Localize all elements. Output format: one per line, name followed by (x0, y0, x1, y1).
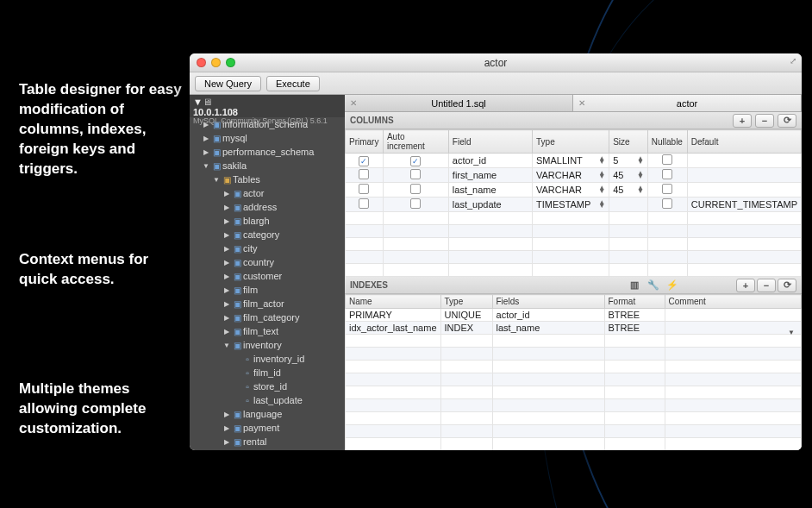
table-node-blargh[interactable]: ▶▣blargh (190, 214, 345, 228)
field-cell[interactable]: last_update (448, 198, 532, 212)
index-row[interactable] (346, 412, 802, 425)
checkbox[interactable] (410, 198, 421, 209)
column-row[interactable] (346, 238, 802, 251)
checkbox[interactable] (662, 169, 672, 179)
add-column-button[interactable]: + (733, 114, 752, 128)
type-cell[interactable]: SMALLINT▲▼ (533, 154, 609, 168)
bars-icon[interactable]: ▥ (626, 279, 643, 292)
column-row[interactable] (346, 264, 802, 277)
table-node-category[interactable]: ▶▣category (190, 228, 345, 241)
index-row[interactable] (346, 348, 802, 361)
column-row[interactable]: ✓✓actor_idSMALLINT▲▼5▲▼ (346, 154, 802, 168)
field-cell[interactable]: actor_id (448, 154, 532, 168)
idx-header-format[interactable]: Format (604, 295, 665, 309)
size-cell[interactable]: 5▲▼ (609, 154, 648, 168)
index-row[interactable] (346, 399, 802, 412)
remove-index-button[interactable]: − (757, 279, 776, 292)
column-row[interactable]: first_nameVARCHAR▲▼45▲▼ (346, 168, 802, 183)
table-node-country[interactable]: ▶▣country (190, 255, 345, 269)
indexes-grid[interactable]: Name Type Fields Format Comment PRIMARYU… (345, 294, 802, 450)
index-row[interactable] (346, 425, 802, 438)
table-node-film_actor[interactable]: ▶▣film_actor (190, 297, 345, 310)
close-tab-icon[interactable]: ✕ (350, 98, 357, 108)
table-node-actor[interactable]: ▶▣actor (190, 186, 345, 200)
db-node-sakila[interactable]: ▼▣sakila (190, 159, 345, 172)
column-row[interactable] (346, 225, 802, 238)
index-row[interactable] (346, 335, 802, 348)
index-row[interactable] (346, 373, 802, 386)
checkbox[interactable] (662, 184, 672, 194)
default-cell[interactable] (687, 183, 801, 198)
index-row[interactable] (346, 386, 802, 399)
size-cell[interactable] (609, 198, 648, 212)
new-query-button[interactable]: New Query (195, 76, 261, 91)
default-cell[interactable]: CURRENT_TIMESTAMP (687, 198, 801, 212)
field-cell[interactable]: first_name (448, 168, 532, 183)
default-cell[interactable] (687, 154, 801, 168)
checkbox[interactable] (359, 198, 369, 209)
col-header-size[interactable]: Size (609, 130, 648, 154)
index-row[interactable]: idx_actor_last_nameINDEXlast_nameBTREE (346, 322, 802, 335)
type-cell[interactable]: TIMESTAMP▲▼ (533, 198, 609, 212)
column-node-film_id[interactable]: ▫film_id (190, 366, 345, 379)
remove-column-button[interactable]: − (755, 114, 774, 128)
checkbox[interactable] (662, 198, 672, 209)
checkbox[interactable] (662, 154, 672, 165)
type-cell[interactable]: VARCHAR▲▼ (533, 168, 609, 183)
column-row[interactable]: last_updateTIMESTAMP▲▼CURRENT_TIMESTAMP (346, 198, 802, 212)
wrench-icon[interactable]: 🔧 (645, 279, 662, 292)
table-node-film[interactable]: ▶▣film (190, 283, 345, 297)
tables-folder[interactable]: ▼▣Tables (190, 172, 345, 186)
tab-untitled[interactable]: ✕ Untitled 1.sql (345, 95, 573, 111)
column-node-inventory_id[interactable]: ▫inventory_id (190, 352, 345, 366)
index-row[interactable]: PRIMARYUNIQUEactor_idBTREE (346, 309, 802, 322)
fullscreen-icon[interactable]: ⤢ (790, 56, 796, 66)
checkbox[interactable]: ✓ (359, 156, 369, 166)
table-node-staff[interactable]: ▶▣staff (190, 448, 345, 450)
checkbox[interactable] (410, 169, 421, 179)
columns-grid[interactable]: Primary Auto increment Field Type Size N… (345, 129, 802, 277)
default-cell[interactable] (687, 168, 801, 183)
col-header-nullable[interactable]: Nullable (647, 130, 687, 154)
index-row[interactable] (346, 361, 802, 373)
size-cell[interactable]: 45▲▼ (609, 168, 648, 183)
idx-header-fields[interactable]: Fields (492, 295, 604, 309)
col-header-autoinc[interactable]: Auto increment (383, 130, 448, 154)
dropdown-arrow-icon[interactable]: ▼ (788, 329, 795, 336)
index-row[interactable] (346, 438, 802, 451)
size-cell[interactable]: 45▲▼ (609, 183, 648, 198)
table-node-film_category[interactable]: ▶▣film_category (190, 310, 345, 324)
table-node-address[interactable]: ▶▣address (190, 200, 345, 214)
db-node-mysql[interactable]: ▶▣mysql (190, 131, 345, 145)
db-node-performance_schema[interactable]: ▶▣performance_schema (190, 145, 345, 159)
checkbox[interactable]: ✓ (410, 156, 421, 166)
close-tab-icon[interactable]: ✕ (578, 98, 585, 108)
column-row[interactable]: last_nameVARCHAR▲▼45▲▼ (346, 183, 802, 198)
table-node-film_text[interactable]: ▶▣film_text (190, 324, 345, 338)
idx-header-type[interactable]: Type (440, 295, 492, 309)
bolt-icon[interactable]: ⚡ (664, 279, 681, 292)
field-cell[interactable]: last_name (448, 183, 532, 198)
table-node-customer[interactable]: ▶▣customer (190, 269, 345, 283)
idx-header-name[interactable]: Name (346, 295, 441, 309)
checkbox[interactable] (359, 169, 369, 179)
column-node-store_id[interactable]: ▫store_id (190, 379, 345, 393)
table-node-city[interactable]: ▶▣city (190, 241, 345, 255)
checkbox[interactable] (359, 184, 369, 194)
add-index-button[interactable]: + (736, 279, 755, 292)
idx-header-comment[interactable]: Comment (665, 295, 801, 309)
server-node[interactable]: ▼🖥 10.0.1.108 MySQL Community Server (GP… (190, 95, 345, 117)
column-row[interactable] (346, 212, 802, 225)
table-node-inventory[interactable]: ▼▣inventory (190, 338, 345, 352)
type-cell[interactable]: VARCHAR▲▼ (533, 183, 609, 198)
column-row[interactable] (346, 251, 802, 264)
col-header-default[interactable]: Default (687, 130, 801, 154)
checkbox[interactable] (410, 184, 421, 194)
col-header-field[interactable]: Field (448, 130, 532, 154)
refresh-columns-button[interactable]: ⟳ (778, 114, 796, 128)
table-node-rental[interactable]: ▶▣rental (190, 435, 345, 448)
tab-actor[interactable]: ✕ actor (573, 95, 802, 111)
column-node-last_update[interactable]: ▫last_update (190, 393, 345, 407)
execute-button[interactable]: Execute (266, 76, 320, 91)
col-header-type[interactable]: Type (533, 130, 609, 154)
